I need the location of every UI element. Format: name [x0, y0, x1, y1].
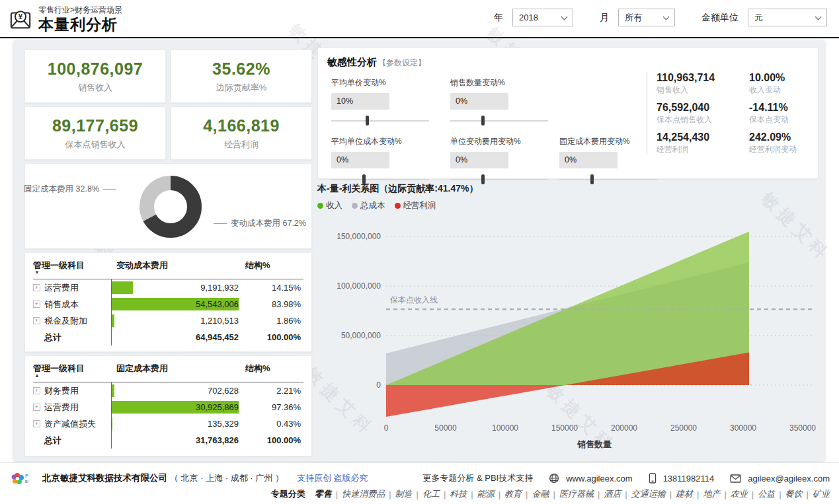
expand-icon[interactable] — [33, 420, 40, 427]
legend-item-revenue[interactable]: 收入 — [317, 200, 342, 211]
category-separator: | — [670, 489, 672, 499]
legend-item-profit[interactable]: 经营利润 — [395, 200, 436, 211]
value-bar — [112, 417, 112, 430]
slider-track[interactable] — [331, 179, 429, 180]
category-separator: | — [526, 489, 528, 499]
slider-value-input[interactable]: 0% — [559, 152, 618, 168]
row-pct: 2.21% — [243, 386, 303, 396]
month-dropdown[interactable]: 所有 — [618, 9, 675, 26]
chevron-down-icon — [561, 13, 568, 20]
footer-category-row: 专题分类 零售 |快速消费品|制造|化工|科技|能源|教育|金融|医疗器械|酒店… — [271, 488, 830, 500]
website-link[interactable]: www.agileex.com — [566, 474, 632, 484]
slider-handle[interactable] — [366, 116, 369, 126]
chevron-down-icon — [815, 13, 822, 20]
column-header-pct[interactable]: 结构% — [243, 260, 303, 277]
donut-chart[interactable] — [136, 172, 205, 241]
category-item: 快速消费品 — [342, 488, 385, 500]
expand-icon[interactable] — [33, 387, 40, 394]
table-row[interactable]: 税金及附加 1,210,513 1.86% — [33, 312, 303, 329]
slider-track[interactable] — [450, 179, 548, 180]
row-pct: 97.36% — [243, 402, 303, 412]
support-text: 更多专题分析 & PBI技术支持 — [422, 472, 533, 484]
column-header-value[interactable]: 固定成本费用 — [111, 363, 243, 380]
column-header-pct[interactable]: 结构% — [243, 363, 303, 380]
row-pct: 83.98% — [243, 299, 303, 309]
category-separator: | — [389, 489, 391, 499]
footer-contacts: 更多专题分析 & PBI技术支持 www.agileex.com 1381198… — [422, 472, 830, 484]
year-dropdown[interactable]: 2018 — [512, 9, 573, 26]
table-row[interactable]: 销售成本 54,543,006 83.98% — [33, 296, 303, 312]
sensitivity-results: 110,963,714销售收入 10.00%收入变动 76,592,040保本点… — [647, 72, 809, 155]
month-filter-label: 月 — [600, 12, 609, 24]
slider-value-input[interactable]: 0% — [331, 152, 389, 168]
column-header-value[interactable]: 变动成本费用 — [111, 260, 243, 277]
slider-track[interactable] — [559, 179, 657, 180]
sort-asc-icon: ▲ — [34, 373, 40, 378]
x-tick-label: 250000 — [670, 423, 697, 433]
slider-value-input[interactable]: 10% — [331, 93, 389, 110]
slider-handle[interactable] — [481, 116, 485, 126]
table-row[interactable]: 资产减值损失 135,329 0.43% — [33, 415, 303, 432]
expand-icon[interactable] — [33, 301, 40, 308]
legend-item-total-cost[interactable]: 总成本 — [352, 200, 385, 211]
x-tick-label: 350000 — [789, 423, 816, 433]
label-connector-line — [214, 223, 227, 224]
result-value: 110,963,714 — [657, 72, 749, 84]
category-current: 零售 — [315, 488, 332, 500]
company-cities: （ 北京 · 上海 · 成都 · 广州 ） — [170, 472, 284, 484]
slider-track[interactable] — [450, 120, 548, 122]
yuan-glyph: ¥ — [19, 13, 23, 20]
table-row[interactable]: 运营费用 30,925,869 97.36% — [33, 399, 303, 415]
expand-icon[interactable] — [33, 317, 40, 324]
table-total-row: 总计 31,763,826 100.00% — [33, 432, 303, 449]
row-label: 税金及附加 — [44, 315, 87, 327]
kpi-operating-profit: 4,166,819 经营利润 — [171, 106, 312, 160]
phone-number[interactable]: 13811982114 — [663, 474, 715, 484]
chart-title: 本-量-利关系图（边际贡献率:41.47%） — [317, 183, 820, 195]
slider-label: 单位变动费用变动% — [450, 136, 556, 147]
slider-value-input[interactable]: 0% — [450, 152, 508, 168]
value-bar — [112, 384, 114, 397]
category-item: 能源 — [477, 488, 495, 500]
bar-cell: 702,628 — [111, 382, 243, 399]
x-tick-label: 0 — [384, 423, 389, 433]
email-link[interactable]: agileex@agileex.com — [748, 474, 830, 484]
kpi-value: 89,177,659 — [52, 116, 138, 135]
column-header-category[interactable]: 管理一级科目▲ — [33, 363, 111, 380]
kpi-contribution-margin: 35.62% 边际贡献率% — [171, 50, 312, 103]
filter-bar: 年 2018 月 所有 金额单位 元 — [477, 9, 827, 26]
category-separator: | — [625, 489, 627, 499]
table-row[interactable]: 运营费用 9,191,932 14.15% — [33, 279, 303, 296]
company-name: 北京敏捷艾科数据技术有限公司 — [42, 472, 167, 484]
kpi-label: 经营利润 — [224, 139, 259, 151]
bar-cell: 1,210,513 — [111, 312, 243, 329]
label-connector-line — [103, 189, 116, 190]
row-label: 运营费用 — [44, 402, 79, 414]
year-filter-label: 年 — [494, 12, 503, 24]
expand-icon[interactable] — [33, 404, 40, 411]
legend-dot-icon — [352, 203, 358, 209]
slider-track[interactable] — [331, 120, 429, 122]
column-header-category[interactable]: 管理一级科目▼ — [33, 260, 111, 277]
table-row[interactable]: 财务费用 702,628 2.21% — [33, 382, 303, 399]
category-item: 农业 — [731, 488, 748, 500]
slider-label: 销售数量变动% — [450, 77, 556, 89]
donut-label-fixed: 固定成本费用 32.8% — [24, 184, 116, 195]
breakeven-label: 保本点收入线 — [390, 295, 438, 305]
total-pct: 100.00% — [243, 435, 303, 445]
result-value: 14,254,430 — [657, 131, 749, 143]
slider-value-input[interactable]: 0% — [450, 93, 508, 110]
copyright-link[interactable]: 支持原创 盗版必究 — [297, 472, 368, 484]
cvp-area-chart[interactable]: 150,000,000100,000,00050,000,0000保本点收入线0… — [317, 212, 819, 456]
table-total-row: 总计 64,945,452 100.00% — [33, 329, 303, 345]
expand-icon[interactable] — [33, 284, 40, 291]
powerbi-logo: P BI — [11, 470, 37, 487]
kpi-value: 35.62% — [212, 59, 270, 79]
result-delta-label: 收入变动 — [749, 85, 809, 96]
unit-dropdown[interactable]: 元 — [748, 9, 827, 26]
result-delta: 10.00% — [749, 72, 809, 84]
categories-label: 专题分类 — [271, 488, 305, 500]
total-pct: 100.00% — [243, 332, 303, 342]
year-value: 2018 — [519, 13, 538, 22]
result-delta-label: 保本点变动 — [749, 114, 809, 126]
